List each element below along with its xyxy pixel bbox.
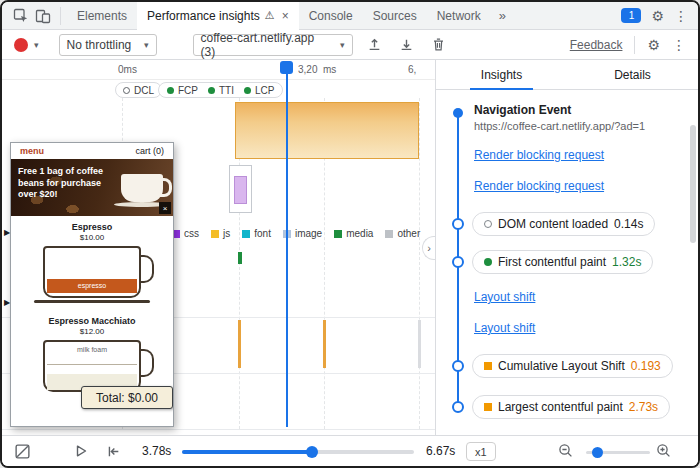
- legend-label: font: [254, 228, 271, 239]
- legend-label: other: [397, 228, 420, 239]
- preview-total-tooltip: Total: $0.00: [81, 386, 173, 409]
- tab-console-label: Console: [309, 9, 353, 23]
- layout-shift-link[interactable]: Layout shift: [474, 321, 535, 335]
- tab-network[interactable]: Network: [427, 2, 491, 30]
- preview-ad-banner: Free 1 bag of coffee beans for purchase …: [11, 159, 173, 216]
- toolbar-right-group: Feedback ⚙ ⋮: [570, 36, 686, 54]
- marker-chip-fcp[interactable]: FCP: [167, 85, 198, 96]
- chip-cumulative-layout-shift[interactable]: Cumulative Layout Shift 0.193: [472, 354, 673, 378]
- long-task-mark: [323, 320, 326, 368]
- chip-label: Largest contentful paint: [498, 400, 623, 414]
- chip-first-contentful-paint[interactable]: First contentful paint 1.32s: [472, 250, 653, 274]
- record-button[interactable]: [14, 38, 28, 52]
- seek-slider-thumb[interactable]: [306, 446, 318, 458]
- more-tabs-icon[interactable]: »: [491, 8, 514, 23]
- chip-largest-contentful-paint[interactable]: Largest contentful paint 2.73s: [472, 395, 670, 419]
- tab-insights[interactable]: Insights: [436, 60, 567, 89]
- ruler-label: ms: [323, 64, 336, 75]
- playback-speed-button[interactable]: x1: [466, 442, 496, 461]
- lcp-icon: [484, 403, 492, 411]
- marker-chip-lcp[interactable]: LCP: [244, 85, 274, 96]
- feedback-link[interactable]: Feedback: [570, 38, 623, 52]
- cls-node-icon: [452, 360, 464, 372]
- chip-dom-content-loaded[interactable]: DOM content loaded 0.14s: [472, 212, 655, 236]
- legend-item: media: [334, 228, 373, 239]
- espresso-band-label: espresso: [47, 279, 137, 293]
- play-button[interactable]: [74, 436, 88, 466]
- legend-other-swatch: [385, 230, 393, 238]
- settings-gear-icon[interactable]: ⚙: [651, 9, 664, 23]
- record-options-caret-icon[interactable]: ▾: [34, 40, 39, 50]
- layout-shift-link[interactable]: Layout shift: [474, 290, 535, 304]
- filmstrip-toggle-icon[interactable]: [14, 436, 31, 466]
- preview-item-price: $10.00: [11, 233, 173, 242]
- navigation-node-icon: [453, 108, 463, 118]
- device-toolbar-icon[interactable]: [32, 5, 54, 27]
- media-event-mark: [238, 252, 242, 264]
- legend-js-swatch: [211, 230, 219, 238]
- seek-slider-fill: [182, 450, 312, 454]
- chip-label: Cumulative Layout Shift: [498, 359, 625, 373]
- total-time-label: 6.67s: [426, 436, 455, 466]
- scrollbar-thumb[interactable]: [690, 125, 696, 243]
- legend-item: js: [211, 228, 230, 239]
- import-recording-icon[interactable]: [365, 35, 385, 55]
- page-select[interactable]: coffee-cart.netlify.app (3) ▾: [193, 34, 353, 56]
- warning-icon: ⚠: [265, 9, 275, 22]
- lcp-phase-bar[interactable]: [235, 102, 419, 159]
- milk-foam-label: milk foam: [45, 346, 139, 353]
- panel-settings-gear-icon[interactable]: ⚙: [647, 38, 660, 52]
- timeline-panel: 0ms 3,20 ms 6, DCL FCP TTI: [2, 60, 435, 435]
- preview-item: Espresso Macchiato $12.00: [11, 316, 173, 336]
- zoom-slider-thumb[interactable]: [592, 447, 603, 458]
- saucer-image: [34, 300, 150, 303]
- scrollbar[interactable]: [690, 125, 696, 429]
- zoom-out-icon[interactable]: [558, 436, 574, 466]
- tab-performance-insights[interactable]: Performance insights ⚠ ×: [137, 2, 299, 30]
- panel-kebab-menu-icon[interactable]: ⋮: [672, 38, 686, 52]
- marker-label: DCL: [134, 85, 154, 96]
- timeline-ruler[interactable]: 0ms 3,20 ms 6,: [2, 60, 435, 80]
- throttling-select[interactable]: No throttling ▾: [59, 34, 157, 56]
- tab-console[interactable]: Console: [299, 2, 363, 30]
- marker-label: FCP: [178, 85, 198, 96]
- marker-chip-dcl[interactable]: DCL: [115, 82, 162, 98]
- playhead-handle[interactable]: [280, 61, 293, 74]
- zoom-slider[interactable]: [586, 451, 650, 454]
- render-blocking-request-link[interactable]: Render blocking request: [474, 179, 604, 193]
- kebab-menu-icon[interactable]: ⋮: [674, 9, 688, 23]
- seek-start-icon[interactable]: [106, 436, 121, 466]
- main-area: 0ms 3,20 ms 6, DCL FCP TTI: [2, 60, 698, 435]
- coffee-mug-image: [121, 174, 163, 202]
- delete-recording-icon[interactable]: [429, 35, 449, 55]
- marker-label: LCP: [255, 85, 274, 96]
- legend-label: css: [184, 228, 199, 239]
- espresso-cup-image: espresso: [43, 246, 141, 298]
- close-icon[interactable]: ×: [282, 9, 289, 23]
- zoom-in-icon[interactable]: [656, 436, 672, 466]
- export-recording-icon[interactable]: [397, 35, 417, 55]
- chip-value: 1.32s: [612, 255, 641, 269]
- dcl-node-icon: [452, 218, 464, 230]
- chevron-down-icon: ▾: [340, 40, 345, 50]
- tab-elements[interactable]: Elements: [67, 2, 137, 30]
- player-toolbar: 3.78s 6.67s x1: [2, 435, 698, 466]
- tab-insights-label: Insights: [481, 68, 522, 82]
- tab-sources[interactable]: Sources: [363, 2, 427, 30]
- collapse-sidebar-icon[interactable]: ›: [422, 236, 435, 260]
- ruler-label: 6,: [408, 64, 416, 75]
- gridline: [419, 98, 420, 429]
- inspect-element-icon[interactable]: [10, 5, 32, 27]
- render-blocking-request-link[interactable]: Render blocking request: [474, 148, 604, 162]
- cls-icon: [484, 362, 492, 370]
- marker-chip-tti[interactable]: TTI: [208, 85, 234, 96]
- filmstrip-frame-content: [234, 176, 247, 204]
- issues-counter-badge[interactable]: 1: [621, 8, 641, 23]
- preview-item-name: Espresso Macchiato: [11, 316, 173, 326]
- seek-slider[interactable]: [182, 450, 414, 454]
- preview-cart-link: cart (0): [135, 146, 164, 156]
- chip-label: First contentful paint: [498, 255, 606, 269]
- tab-details[interactable]: Details: [567, 60, 698, 89]
- filmstrip-frame[interactable]: [229, 165, 252, 213]
- track-separator: [2, 429, 435, 430]
